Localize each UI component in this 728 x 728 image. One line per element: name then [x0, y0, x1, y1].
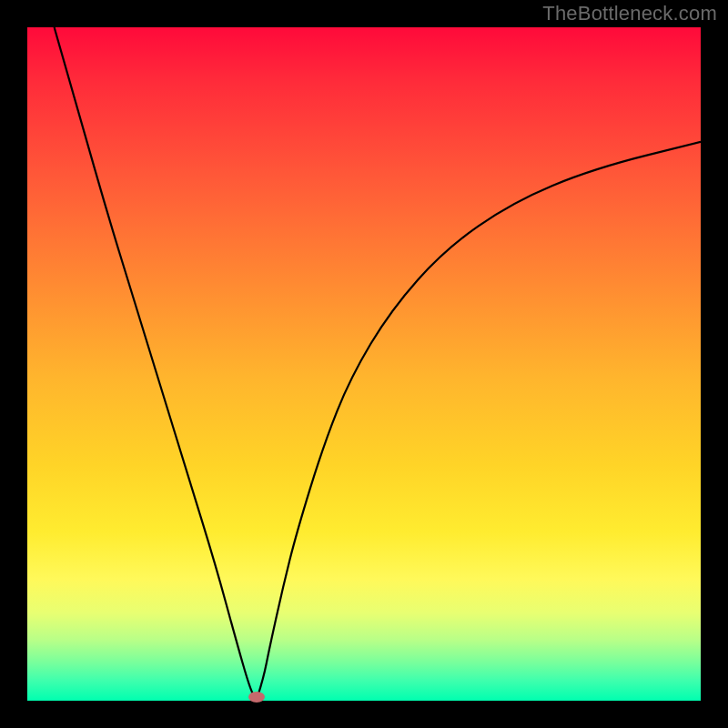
plot-gradient-background	[27, 27, 701, 701]
optimal-point-marker	[248, 692, 265, 703]
chart-frame: TheBottleneck.com	[0, 0, 728, 728]
watermark-text: TheBottleneck.com	[542, 2, 717, 25]
